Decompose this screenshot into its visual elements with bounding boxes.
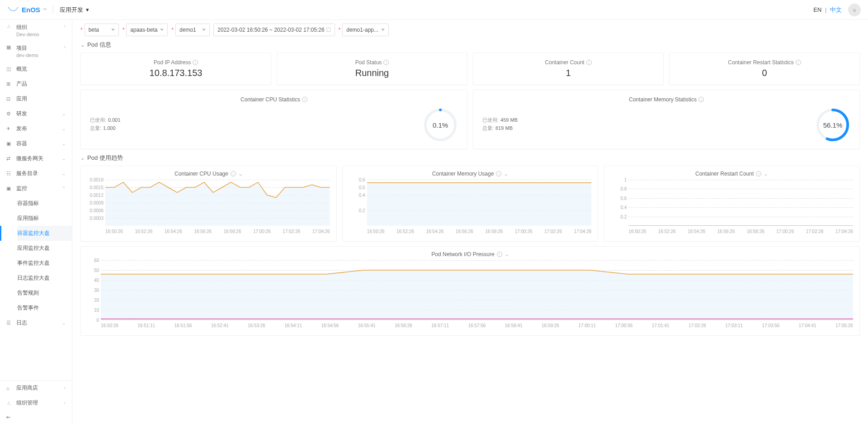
- info-icon[interactable]: i: [302, 97, 307, 102]
- info-icon[interactable]: i: [231, 171, 236, 176]
- gauge: 0.1%: [423, 107, 458, 143]
- sidebar-monitor-child[interactable]: 应用指标: [17, 211, 72, 226]
- collapse-icon: ⇤: [6, 414, 11, 420]
- chevron-right-icon: ›: [64, 400, 66, 405]
- chevron-down-icon: ⌄: [80, 155, 85, 161]
- sidebar-monitor-child[interactable]: 事件监控大盘: [17, 256, 72, 271]
- app-switcher[interactable]: 应用开发 ▾: [60, 6, 89, 14]
- main-content: * beta * apaas-beta * demo1 2022-03-02 1…: [72, 20, 868, 424]
- caret-down-icon: ▾: [86, 6, 89, 13]
- stat-card: Pod Status iRunning: [277, 52, 467, 85]
- namespace-select[interactable]: apaas-beta: [126, 24, 168, 36]
- info-icon[interactable]: i: [193, 60, 198, 65]
- sidebar-item-orgmgmt[interactable]: ⛬组织管理›: [0, 395, 72, 410]
- deployment-select[interactable]: demo1: [175, 24, 210, 36]
- product-icon: ⊞: [6, 81, 13, 87]
- stat-card: Pod IP Address i10.8.173.153: [80, 52, 271, 85]
- chevron-right-icon: ›: [64, 386, 66, 391]
- brand-text: EnOS: [22, 6, 40, 14]
- gauge-card: Container CPU Statistics i已使用:0.001总量:1.…: [80, 90, 467, 149]
- chevron-down-icon[interactable]: ⌄: [238, 171, 243, 177]
- stat-card: Container Count i1: [473, 52, 664, 85]
- chevron-down-icon: ⌄: [62, 126, 66, 131]
- chevron-down-icon: ⌄: [62, 111, 66, 116]
- catalog-icon: ☷: [6, 171, 13, 176]
- sidebar-monitor-child[interactable]: 容器指标: [17, 196, 72, 211]
- org-icon: ⛬: [6, 24, 13, 29]
- chart-card: Container Restart Count i ⌄0.20.40.60.81…: [604, 166, 860, 242]
- chevron-right-icon: ›: [64, 24, 66, 29]
- log-icon: ☰: [6, 320, 13, 326]
- sidebar-item-catalog[interactable]: ☷服务目录⌄: [0, 166, 72, 181]
- sidebar: ⛬ 组织 Dev-demo › ▦ 项目 dev-demo › ◫概览⊞产品⊡应…: [0, 20, 72, 424]
- overview-icon: ◫: [6, 66, 13, 72]
- chart-card: Container CPU Usage i ⌄0.00030.00060.000…: [80, 166, 337, 242]
- filter-bar: * beta * apaas-beta * demo1 2022-03-02 1…: [80, 24, 860, 36]
- sidebar-item-publish[interactable]: ✈发布⌄: [0, 121, 72, 136]
- brand-tm: ™: [43, 8, 47, 12]
- orgmgmt-icon: ⛬: [6, 400, 13, 406]
- chevron-right-icon: ›: [64, 44, 66, 49]
- chevron-down-icon[interactable]: ⌄: [505, 251, 509, 257]
- sidebar-item-app[interactable]: ⊡应用: [0, 91, 72, 106]
- sidebar-item-overview[interactable]: ◫概览: [0, 62, 72, 76]
- sidebar-monitor-child[interactable]: 应用监控大盘: [17, 241, 72, 256]
- info-icon[interactable]: i: [698, 97, 704, 102]
- chart-card: Pod Network I/O Pressure i ⌄010203040506…: [80, 246, 860, 336]
- pod-select[interactable]: demo1-app...: [342, 24, 389, 36]
- sidebar-item-store[interactable]: ⌂应用商店›: [0, 381, 72, 395]
- store-icon: ⌂: [6, 386, 13, 391]
- section-pod-info-header[interactable]: ⌄ Pod 信息: [80, 41, 860, 49]
- info-icon[interactable]: i: [796, 60, 801, 65]
- app-icon: ⊡: [6, 96, 13, 102]
- monitor-icon: ▣: [6, 186, 13, 191]
- sidebar-monitor[interactable]: ▣ 监控 ⌃: [0, 181, 72, 196]
- sidebar-collapse-button[interactable]: ⇤: [0, 410, 72, 424]
- date-range-picker[interactable]: 2022-03-02 16:50:26 ~ 2022-03-02 17:05:2…: [213, 24, 335, 36]
- gauge-card: Container Memory Statistics i已使用:459 MB总…: [473, 90, 860, 149]
- chevron-up-icon: ⌃: [62, 186, 66, 191]
- sidebar-project[interactable]: ▦ 项目 dev-demo ›: [0, 41, 72, 62]
- language-switch[interactable]: EN | 中文: [813, 6, 842, 14]
- sidebar-monitor-child[interactable]: 日志监控大盘: [17, 271, 72, 286]
- chevron-down-icon: ⌄: [80, 42, 85, 48]
- header: EnOS ™ 应用开发 ▾ EN | 中文 s: [0, 0, 868, 20]
- chevron-down-icon: ⌄: [62, 320, 66, 325]
- dev-icon: ⚙: [6, 111, 13, 117]
- sidebar-item-product[interactable]: ⊞产品: [0, 76, 72, 91]
- container-icon: ▣: [6, 141, 13, 147]
- chevron-down-icon: ⌄: [62, 156, 66, 161]
- info-icon[interactable]: i: [586, 60, 592, 65]
- calendar-icon: ☐: [326, 27, 331, 33]
- sidebar-monitor-child[interactable]: 告警事件: [17, 300, 72, 315]
- chevron-down-icon[interactable]: ⌄: [764, 171, 768, 177]
- chart-card: Container Memory Usage i ⌄0.20.40.50.616…: [342, 166, 599, 242]
- sidebar-item-dev[interactable]: ⚙研发⌄: [0, 106, 72, 121]
- cluster-select[interactable]: beta: [85, 24, 119, 36]
- project-icon: ▦: [6, 44, 13, 50]
- sidebar-org[interactable]: ⛬ 组织 Dev-demo ›: [0, 20, 72, 41]
- info-icon[interactable]: i: [497, 252, 502, 257]
- gauge: 56.1%: [815, 107, 850, 143]
- sidebar-monitor-child[interactable]: 容器监控大盘: [17, 226, 72, 241]
- chevron-down-icon[interactable]: ⌄: [504, 171, 508, 177]
- info-icon[interactable]: i: [756, 171, 761, 176]
- info-icon[interactable]: i: [496, 171, 501, 176]
- sidebar-monitor-child[interactable]: 告警规则: [17, 286, 72, 300]
- brand-logo: EnOS ™: [7, 6, 53, 14]
- info-icon[interactable]: i: [383, 60, 389, 65]
- sidebar-item-container[interactable]: ▣容器⌄: [0, 136, 72, 151]
- avatar[interactable]: s: [848, 4, 861, 16]
- publish-icon: ✈: [6, 126, 13, 132]
- section-pod-trend-header[interactable]: ⌄ Pod 使用趋势: [80, 154, 860, 162]
- chevron-down-icon: ⌄: [62, 141, 66, 146]
- sidebar-item-gateway[interactable]: ⇄微服务网关⌄: [0, 151, 72, 166]
- gateway-icon: ⇄: [6, 156, 13, 162]
- brand-mark-icon: [7, 6, 19, 14]
- stat-card: Container Restart Statistics i0: [669, 52, 860, 85]
- chevron-down-icon: ⌄: [62, 171, 66, 176]
- sidebar-log[interactable]: ☰ 日志 ⌄: [0, 315, 72, 330]
